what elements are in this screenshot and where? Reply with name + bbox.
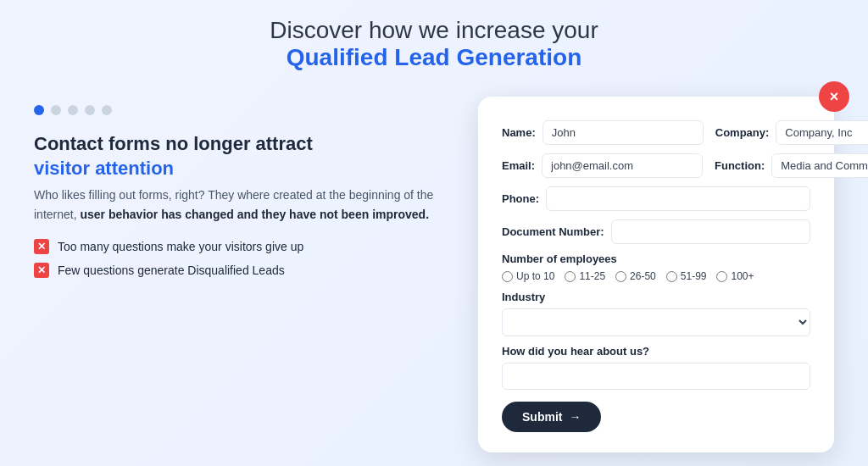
- employees-radio-upto10[interactable]: [502, 271, 513, 282]
- submit-arrow-icon: →: [569, 410, 581, 424]
- right-panel: × Name: Company: Email:: [478, 97, 834, 452]
- employees-51-99[interactable]: 51-99: [666, 270, 707, 282]
- employees-upto10[interactable]: Up to 10: [502, 270, 554, 282]
- dot-2: [51, 105, 61, 115]
- doc-number-row: Document Number:: [502, 219, 810, 244]
- employees-section: Number of employees Up to 10 11-25 26: [502, 252, 810, 282]
- dot-5: [102, 105, 112, 115]
- industry-select[interactable]: Technology Media Finance Healthcare: [502, 308, 810, 336]
- content-area: Contact forms no longer attract visitor …: [34, 97, 834, 452]
- employees-radio-100plus[interactable]: [716, 271, 727, 282]
- employees-radio-26-50[interactable]: [615, 271, 626, 282]
- left-heading: Contact forms no longer attract visitor …: [34, 132, 444, 180]
- phone-input[interactable]: [546, 186, 810, 211]
- submit-button[interactable]: Submit →: [502, 402, 601, 432]
- function-label: Function:: [715, 159, 765, 172]
- header-line1: Discover how we increase your: [34, 17, 834, 44]
- email-label: Email:: [502, 159, 535, 172]
- industry-section: Industry Technology Media Finance Health…: [502, 291, 810, 345]
- doc-number-label: Document Number:: [502, 225, 604, 238]
- bullet-x-icon: ✕: [34, 263, 49, 278]
- name-company-row: Name: Company:: [502, 120, 810, 145]
- name-input[interactable]: [542, 120, 704, 145]
- company-label: Company:: [715, 126, 770, 139]
- list-item: ✕ Few questions generate Disqualified Le…: [34, 263, 444, 278]
- email-function-row: Email: Function:: [502, 153, 810, 178]
- bullet-list: ✕ Too many questions make your visitors …: [34, 239, 444, 278]
- employees-radio-11-25[interactable]: [565, 271, 576, 282]
- email-input[interactable]: [542, 153, 703, 178]
- employees-radio-51-99[interactable]: [666, 271, 677, 282]
- employees-100plus[interactable]: 100+: [716, 270, 754, 282]
- company-input[interactable]: [776, 120, 868, 145]
- form-card: × Name: Company: Email:: [478, 97, 834, 452]
- bullet-x-icon: ✕: [34, 239, 49, 254]
- phone-row: Phone:: [502, 186, 810, 211]
- dots-row: [34, 105, 444, 115]
- page-wrapper: Discover how we increase your Qualified …: [0, 0, 868, 466]
- employees-label: Number of employees: [502, 252, 810, 265]
- dot-4: [85, 105, 95, 115]
- left-heading-blue: visitor attention: [34, 158, 174, 179]
- phone-label: Phone:: [502, 192, 539, 205]
- hear-input[interactable]: [502, 363, 810, 390]
- submit-label: Submit: [522, 410, 562, 424]
- hear-label: How did you hear about us?: [502, 345, 810, 358]
- name-label: Name:: [502, 126, 536, 139]
- employees-26-50[interactable]: 26-50: [615, 270, 656, 282]
- doc-number-input[interactable]: [611, 219, 810, 244]
- company-field-group: Company:: [715, 120, 868, 145]
- email-field-group: Email:: [502, 153, 703, 178]
- function-input[interactable]: [771, 153, 868, 178]
- employees-radio-group: Up to 10 11-25 26-50 51-99: [502, 270, 810, 282]
- hear-section: How did you hear about us?: [502, 345, 810, 402]
- close-button[interactable]: ×: [819, 81, 849, 112]
- employees-11-25[interactable]: 11-25: [565, 270, 605, 282]
- header: Discover how we increase your Qualified …: [34, 17, 834, 71]
- name-field-group: Name:: [502, 120, 704, 145]
- function-field-group: Function:: [715, 153, 868, 178]
- left-panel: Contact forms no longer attract visitor …: [34, 97, 444, 278]
- industry-label: Industry: [502, 291, 810, 303]
- left-description: Who likes filling out forms, right? They…: [34, 186, 444, 224]
- dot-3: [68, 105, 78, 115]
- header-line2: Qualified Lead Generation: [34, 44, 834, 71]
- dot-1: [34, 105, 44, 115]
- list-item: ✕ Too many questions make your visitors …: [34, 239, 444, 254]
